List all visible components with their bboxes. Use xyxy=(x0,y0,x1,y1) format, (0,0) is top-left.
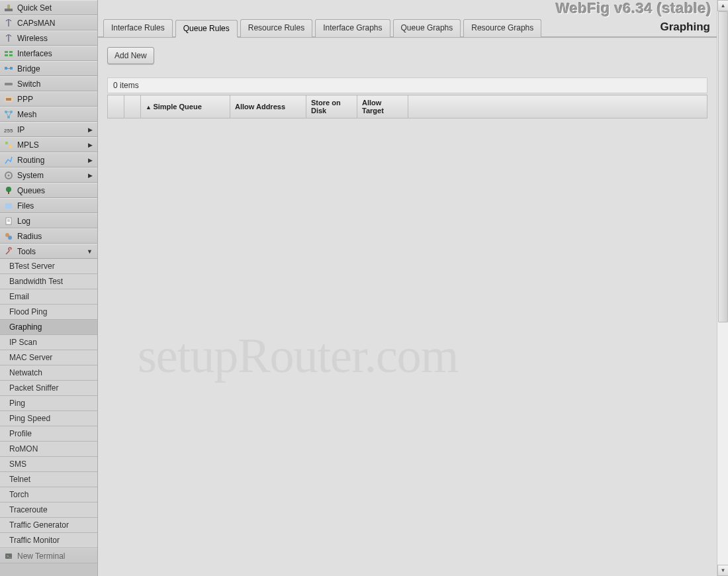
scroll-thumb[interactable] xyxy=(718,11,728,322)
scrollbar-vertical[interactable]: ▲ ▼ xyxy=(717,0,728,576)
sidebar-item-bridge[interactable]: Bridge xyxy=(0,61,97,76)
sidebar-subitem-telnet[interactable]: Telnet xyxy=(0,472,97,487)
sidebar-subitem-torch[interactable]: Torch xyxy=(0,487,97,503)
sidebar-item-mpls[interactable]: MPLS ▶ xyxy=(0,137,97,152)
sidebar-subitem-ip-scan[interactable]: IP Scan xyxy=(0,335,97,350)
svg-rect-4 xyxy=(5,54,8,56)
sidebar-item-label: Tools xyxy=(17,247,87,256)
scroll-up-button[interactable]: ▲ xyxy=(717,0,728,11)
col-blank3[interactable] xyxy=(408,95,707,119)
col-blank1[interactable] xyxy=(108,95,124,119)
sidebar-item-label: System xyxy=(17,171,88,180)
chevron-down-icon: ▼ xyxy=(87,248,93,255)
queues-icon xyxy=(3,185,14,196)
sidebar-item-label: CAPsMAN xyxy=(17,19,94,28)
sidebar-subitem-netwatch[interactable]: Netwatch xyxy=(0,365,97,381)
sidebar-subitem-sms[interactable]: SMS xyxy=(0,457,97,472)
col-simple-queue[interactable]: Simple Queue xyxy=(141,95,230,119)
sidebar-item-tools[interactable]: Tools ▼ xyxy=(0,244,97,259)
sidebar-item-ppp[interactable]: PPP xyxy=(0,91,97,107)
sidebar-item-routing[interactable]: Routing ▶ xyxy=(0,152,97,168)
tab-interface-rules[interactable]: Interface Rules xyxy=(103,19,173,37)
sidebar-item-label: Bridge xyxy=(17,64,94,73)
sidebar-subitem-btest-server[interactable]: BTest Server xyxy=(0,259,97,274)
svg-rect-22 xyxy=(5,203,12,209)
sidebar-item-queues[interactable]: Queues xyxy=(0,183,97,198)
sidebar-item-radius[interactable]: Radius xyxy=(0,228,97,244)
col-store-on-disk[interactable]: Store on Disk xyxy=(306,95,357,119)
sidebar-item-label: New Terminal xyxy=(17,552,94,561)
watermark: setupRouter.com xyxy=(138,328,458,384)
sidebar-subitem-mac-server[interactable]: MAC Server xyxy=(0,350,97,365)
sidebar-item-mesh[interactable]: Mesh xyxy=(0,107,97,122)
sidebar-subitem-flood-ping[interactable]: Flood Ping xyxy=(0,305,97,320)
sidebar-item-label: Routing xyxy=(17,156,88,165)
sidebar-subitem-bandwidth-test[interactable]: Bandwidth Test xyxy=(0,274,97,289)
svg-rect-9 xyxy=(5,83,13,85)
svg-point-19 xyxy=(8,174,10,176)
sidebar-item-system[interactable]: System ▶ xyxy=(0,168,97,183)
tools-icon xyxy=(3,246,14,257)
tab-queue-graphs[interactable]: Queue Graphs xyxy=(393,19,461,37)
sidebar-item-switch[interactable]: Switch xyxy=(0,76,97,91)
sidebar-item-wireless[interactable]: Wireless xyxy=(0,30,97,46)
system-icon xyxy=(3,170,14,181)
tab-resource-rules[interactable]: Resource Rules xyxy=(240,19,312,37)
mpls-icon xyxy=(3,140,14,150)
col-allow-address[interactable]: Allow Address xyxy=(230,95,306,119)
sidebar-item-files[interactable]: Files xyxy=(0,198,97,213)
sidebar: Quick Set CAPsMAN Wireless Interfaces Br… xyxy=(0,0,98,576)
sidebar-item-capsman[interactable]: CAPsMAN xyxy=(0,15,97,30)
sidebar-item-label: IP xyxy=(17,125,88,134)
sidebar-item-label: MPLS xyxy=(17,140,88,150)
sidebar-subitem-graphing[interactable]: Graphing xyxy=(0,320,97,335)
tab-interface-graphs[interactable]: Interface Graphs xyxy=(315,19,390,37)
bridge-icon xyxy=(3,64,14,74)
svg-rect-5 xyxy=(9,54,13,56)
add-new-button[interactable]: Add New xyxy=(107,47,154,64)
svg-rect-1 xyxy=(7,5,10,9)
sidebar-subitem-ping-speed[interactable]: Ping Speed xyxy=(0,411,97,426)
quickset-icon xyxy=(3,3,14,13)
sidebar-item-label: Interfaces xyxy=(17,49,94,58)
app-title: WebFig v6.34 (stable) xyxy=(556,0,711,17)
sidebar-subitem-email[interactable]: Email xyxy=(0,289,97,305)
svg-rect-16 xyxy=(5,142,8,144)
sidebar-item-ip[interactable]: 255 IP ▶ xyxy=(0,122,97,137)
svg-rect-0 xyxy=(5,9,13,11)
sidebar-subitem-traceroute[interactable]: Traceroute xyxy=(0,503,97,518)
sidebar-item-newterminal[interactable]: >_ New Terminal xyxy=(0,548,97,563)
col-allow-target[interactable]: Allow Target xyxy=(357,95,408,119)
tab-queue-rules[interactable]: Queue Rules xyxy=(175,20,238,38)
antenna-icon xyxy=(3,18,14,28)
chevron-right-icon: ▶ xyxy=(88,126,93,133)
switch-icon xyxy=(3,79,14,89)
svg-rect-8 xyxy=(7,68,11,69)
tools-submenu: BTest ServerBandwidth TestEmailFlood Pin… xyxy=(0,259,97,548)
tabs: Interface RulesQueue RulesResource Rules… xyxy=(98,19,717,38)
main-area: WebFig v6.34 (stable) Interface RulesQue… xyxy=(98,0,717,576)
sidebar-subitem-profile[interactable]: Profile xyxy=(0,426,97,442)
sidebar-item-label: PPP xyxy=(17,95,94,104)
sidebar-subitem-ping[interactable]: Ping xyxy=(0,396,97,411)
sidebar-subitem-packet-sniffer[interactable]: Packet Sniffer xyxy=(0,381,97,396)
svg-text:255: 255 xyxy=(4,128,13,134)
sidebar-subitem-traffic-generator[interactable]: Traffic Generator xyxy=(0,518,97,533)
col-blank2[interactable] xyxy=(124,95,141,119)
scroll-down-button[interactable]: ▼ xyxy=(717,565,728,576)
sidebar-subitem-romon[interactable]: RoMON xyxy=(0,442,97,457)
tab-resource-graphs[interactable]: Resource Graphs xyxy=(463,19,541,37)
sidebar-item-log[interactable]: Log xyxy=(0,213,97,228)
sort-asc-icon xyxy=(146,103,153,111)
sidebar-item-quickset[interactable]: Quick Set xyxy=(0,0,97,15)
sidebar-item-label: Quick Set xyxy=(17,3,94,13)
svg-point-27 xyxy=(8,236,12,240)
svg-rect-2 xyxy=(5,51,8,53)
sidebar-item-interfaces[interactable]: Interfaces xyxy=(0,46,97,61)
items-count: 0 items xyxy=(107,77,707,93)
svg-rect-3 xyxy=(9,51,13,53)
sidebar-item-label: Queues xyxy=(17,186,94,195)
sidebar-subitem-traffic-monitor[interactable]: Traffic Monitor xyxy=(0,533,97,548)
terminal-icon: >_ xyxy=(3,551,14,561)
sidebar-item-label: Radius xyxy=(17,232,94,241)
